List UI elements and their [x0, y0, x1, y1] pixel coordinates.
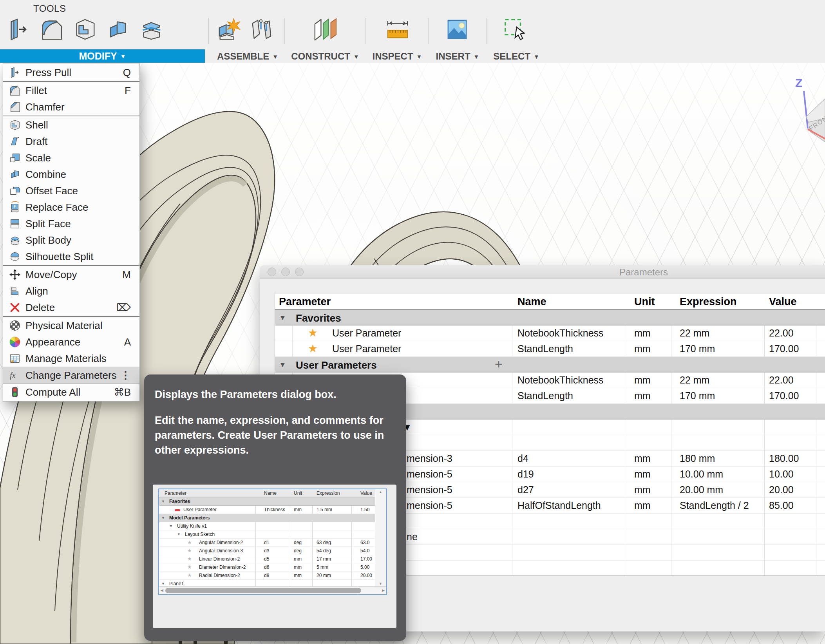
toolbar-separator [284, 18, 285, 44]
star-icon: ★ [187, 556, 192, 562]
svg-text:fx: fx [10, 371, 16, 380]
group-row-favorites[interactable]: ▼Favorites [275, 310, 825, 326]
param-row-NotebookThickness[interactable]: ★User ParameterNotebookThicknessmm22 mm2… [275, 326, 825, 341]
toolbar-separator [486, 18, 487, 44]
menu-item-split-face[interactable]: Split Face [3, 215, 139, 232]
preview-row: ★Diameter Dimension-2d6mm5 mm5.00 [159, 563, 376, 572]
dialog-titlebar[interactable]: Parameters [260, 265, 825, 279]
joint-icon [250, 17, 274, 42]
menu-item-compute-all[interactable]: Compute All⌘B [3, 384, 139, 400]
menu-item-shortcut: ⌦ [116, 302, 131, 314]
parameter-text-fragment: ne [407, 531, 418, 543]
star-icon: ★ [187, 564, 192, 570]
add-parameter-button[interactable]: + [495, 356, 503, 372]
menu-item-shortcut: Q [123, 67, 131, 79]
toolbar-group-modify-label[interactable]: MODIFY▼ [0, 49, 205, 63]
menu-item-manage-materials[interactable]: Manage Materials [3, 350, 139, 367]
toolbar-button-split-body[interactable] [139, 17, 164, 44]
menu-item-move-copy[interactable]: Move/CopyM [3, 266, 139, 283]
fillet-icon [40, 17, 64, 42]
more-options-icon[interactable]: ⋮ [120, 369, 131, 382]
measure-icon [385, 17, 410, 42]
move-copy-icon [9, 269, 21, 280]
menu-item-label: Split Face [25, 218, 71, 230]
parameter-text-fragment: mension-5 [407, 484, 452, 496]
toolbar-separator [428, 18, 429, 44]
chevron-down-icon: ▼ [534, 53, 539, 60]
menu-item-draft[interactable]: Draft [3, 133, 139, 150]
insert-image-icon [445, 17, 469, 42]
minimize-window-button[interactable] [281, 268, 290, 276]
toolbar-group-select-label[interactable]: SELECT▼ [469, 50, 563, 63]
menu-item-combine[interactable]: Combine [3, 166, 139, 183]
star-icon: ★ [187, 548, 192, 554]
menu-item-change-parameters[interactable]: fxChange Parameters⋮ [3, 367, 139, 384]
favorite-star-icon[interactable]: ★ [308, 342, 318, 355]
collapse-triangle-icon[interactable]: ▼ [279, 313, 286, 322]
menu-item-label: Chamfer [25, 101, 65, 113]
favorite-star-icon[interactable]: ★ [308, 326, 318, 339]
offset-face-icon [9, 185, 21, 197]
menu-item-chamfer[interactable]: Chamfer [3, 99, 139, 115]
toolbar-button-press-pull[interactable] [7, 17, 32, 44]
menu-item-press-pull[interactable]: Press PullQ [3, 64, 139, 81]
tooltip-title: Displays the Parameters dialog box. [155, 389, 337, 401]
preview-parameters-table: Parameter Name Unit Expression Value ▼Fa… [158, 488, 387, 595]
compute-all-icon [9, 386, 21, 398]
toolbar-button-construct-plane[interactable] [313, 17, 338, 44]
menu-item-label: Manage Materials [25, 353, 107, 365]
toolbar-button-measure[interactable] [385, 17, 411, 44]
collapse-triangle-icon[interactable]: ▼ [279, 360, 286, 369]
toolbar-button-move[interactable] [174, 17, 199, 44]
menu-item-physical-material[interactable]: Physical Material [3, 317, 139, 334]
view-cube[interactable]: Z FRONT [795, 76, 825, 142]
preview-row: ★Radial Dimension-2d8mm20 mm20.00 [159, 572, 376, 580]
toolbar-button-insert-image[interactable] [445, 17, 470, 44]
viewcube-z-axis-label: Z [795, 76, 802, 89]
preview-row: ★Angular Dimension-2d1deg63 deg63.0 [159, 539, 376, 547]
menu-item-label: Fillet [25, 85, 47, 97]
menu-item-label: Draft [25, 136, 47, 148]
menu-item-split-body[interactable]: Split Body [3, 232, 139, 248]
menu-item-scale[interactable]: Scale [3, 150, 139, 166]
toolbar-button-select[interactable] [502, 17, 527, 44]
align-icon [9, 285, 21, 297]
toolbar-button-new-component[interactable] [216, 17, 241, 44]
menu-item-label: Align [25, 285, 48, 297]
toolbar-button-fillet[interactable] [40, 17, 65, 44]
param-row-StandLength[interactable]: ★User ParameterStandLengthmm170 mm170.00 [275, 341, 825, 357]
menu-item-label: Delete [25, 302, 55, 314]
physical-material-icon [9, 320, 21, 331]
preview-row: ▼Utility Knife v1 [159, 522, 376, 530]
menu-item-offset-face[interactable]: Offset Face [3, 183, 139, 199]
preview-vertical-scrollbar: ▲▼ [375, 489, 386, 586]
menu-item-replace-face[interactable]: Replace Face [3, 199, 139, 215]
toolbar-button-joint[interactable] [250, 17, 275, 44]
menu-separator [3, 81, 139, 82]
menu-item-label: Move/Copy [25, 269, 77, 281]
menu-item-shortcut: M [122, 269, 131, 281]
toolbar-button-shell[interactable] [73, 17, 98, 44]
new-component-icon [216, 17, 241, 42]
toolbar-button-combine[interactable] [106, 17, 131, 44]
menu-item-fillet[interactable]: FilletF [3, 82, 139, 99]
group-row-user-parameters[interactable]: ▼User Parameters+ [275, 357, 825, 373]
menu-item-shell[interactable]: Shell [3, 117, 139, 133]
menu-item-silhouette-split[interactable]: Silhouette Split [3, 248, 139, 265]
table-header: Parameter Name Unit Expression Value [275, 293, 825, 310]
press-pull-icon [9, 67, 21, 78]
menu-item-delete[interactable]: Delete⌦ [3, 299, 139, 316]
menu-item-label: Combine [25, 168, 66, 181]
zoom-window-button[interactable] [295, 268, 304, 276]
toolbar-separator [365, 18, 366, 44]
menu-item-align[interactable]: Align [3, 283, 139, 299]
construct-plane-icon [313, 17, 338, 42]
menu-separator [3, 316, 139, 317]
menu-item-appearance[interactable]: AppearanceA [3, 334, 139, 350]
fillet-icon [9, 85, 21, 96]
manage-materials-icon [9, 353, 21, 364]
combine-icon [9, 168, 21, 180]
menu-item-label: Offset Face [25, 185, 78, 197]
close-window-button[interactable] [268, 268, 276, 276]
tab-tools[interactable]: TOOLS [33, 3, 66, 14]
